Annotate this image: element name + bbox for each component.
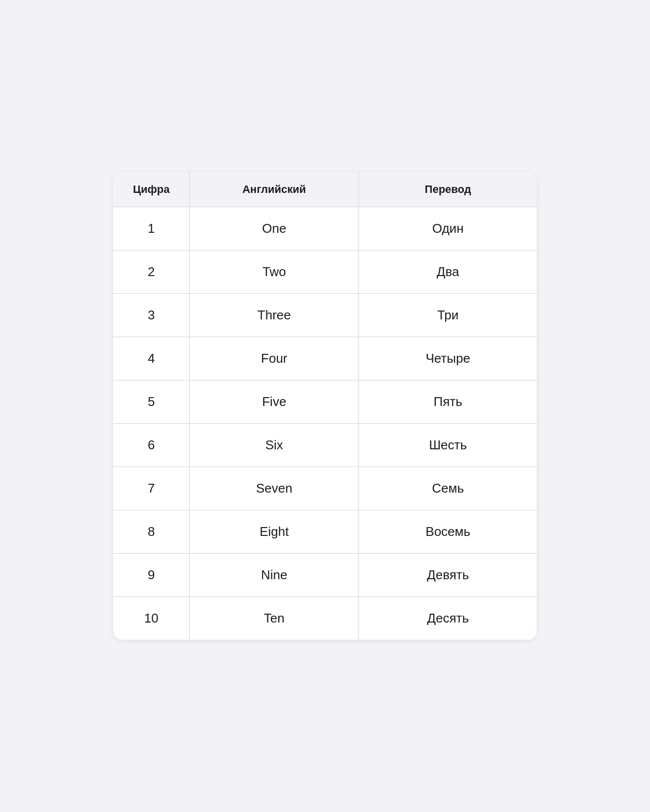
- table-row: 9NineДевять: [113, 554, 537, 597]
- cell-digit: 2: [113, 250, 190, 294]
- numbers-table: Цифра Английский Перевод 1OneОдин2TwoДва…: [113, 172, 537, 640]
- table-header-row: Цифра Английский Перевод: [113, 172, 537, 207]
- numbers-table-container: Цифра Английский Перевод 1OneОдин2TwoДва…: [113, 172, 537, 640]
- header-translation: Перевод: [359, 172, 537, 207]
- table-row: 5FiveПять: [113, 380, 537, 424]
- cell-english: Five: [190, 380, 359, 424]
- header-digit: Цифра: [113, 172, 190, 207]
- cell-english: Two: [190, 250, 359, 294]
- cell-russian: Пять: [359, 380, 537, 424]
- cell-digit: 9: [113, 554, 190, 597]
- cell-english: Nine: [190, 554, 359, 597]
- cell-russian: Один: [359, 207, 537, 250]
- cell-digit: 8: [113, 510, 190, 554]
- cell-russian: Шесть: [359, 424, 537, 467]
- cell-english: One: [190, 207, 359, 250]
- table-row: 6SixШесть: [113, 424, 537, 467]
- cell-english: Three: [190, 294, 359, 337]
- cell-english: Four: [190, 337, 359, 380]
- table-row: 1OneОдин: [113, 207, 537, 250]
- cell-digit: 4: [113, 337, 190, 380]
- cell-russian: Два: [359, 250, 537, 294]
- table-row: 7SevenСемь: [113, 467, 537, 510]
- cell-russian: Три: [359, 294, 537, 337]
- cell-english: Six: [190, 424, 359, 467]
- cell-digit: 7: [113, 467, 190, 510]
- cell-digit: 6: [113, 424, 190, 467]
- cell-digit: 5: [113, 380, 190, 424]
- table-row: 8EightВосемь: [113, 510, 537, 554]
- cell-digit: 1: [113, 207, 190, 250]
- table-row: 10TenДесять: [113, 597, 537, 640]
- cell-russian: Четыре: [359, 337, 537, 380]
- table-row: 3ThreeТри: [113, 294, 537, 337]
- cell-digit: 10: [113, 597, 190, 640]
- cell-russian: Десять: [359, 597, 537, 640]
- table-row: 2TwoДва: [113, 250, 537, 294]
- cell-english: Eight: [190, 510, 359, 554]
- cell-english: Seven: [190, 467, 359, 510]
- cell-russian: Семь: [359, 467, 537, 510]
- cell-russian: Девять: [359, 554, 537, 597]
- cell-english: Ten: [190, 597, 359, 640]
- table-row: 4FourЧетыре: [113, 337, 537, 380]
- cell-digit: 3: [113, 294, 190, 337]
- cell-russian: Восемь: [359, 510, 537, 554]
- header-english: Английский: [190, 172, 359, 207]
